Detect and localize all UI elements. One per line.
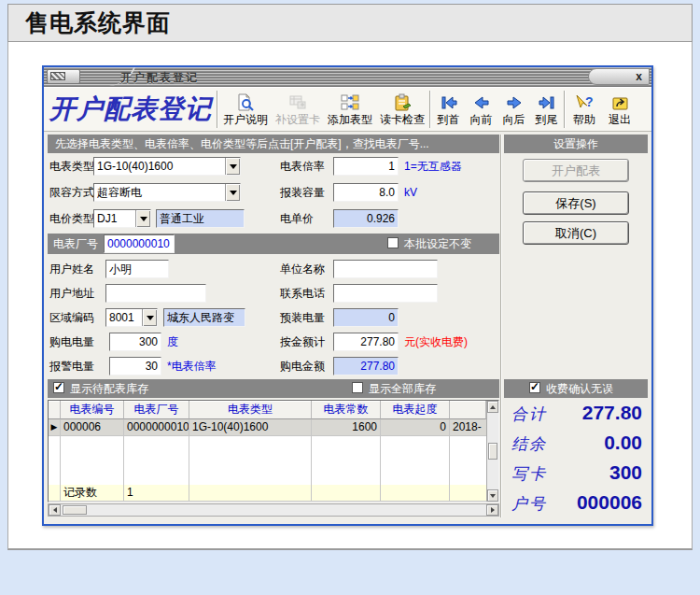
show-all-checkbox[interactable] <box>352 382 363 393</box>
area-code-label: 区域编码 <box>49 308 94 327</box>
batch-fixed-label: 本批设定不变 <box>404 234 471 253</box>
purchase-qty-unit: 度 <box>167 333 178 351</box>
col-meter-id: 电表编号 <box>61 401 124 419</box>
prev-record-button[interactable]: 向前 <box>465 88 497 131</box>
phone-label: 联系电话 <box>280 284 325 303</box>
save-button[interactable]: 保存(S) <box>523 191 629 215</box>
price-type-label: 电价类型 <box>49 209 94 228</box>
last-record-icon <box>537 93 557 112</box>
col-meter-start: 电表起度 <box>381 401 450 419</box>
fee-confirm-checkbox[interactable] <box>529 382 540 393</box>
col-factory-no: 电表厂号 <box>124 401 189 419</box>
fee-confirm-label: 收费确认无误 <box>546 379 613 398</box>
area-name-field <box>163 308 245 327</box>
org-name-label: 单位名称 <box>280 260 325 278</box>
chevron-down-icon[interactable] <box>225 184 240 201</box>
price-type-dropdown[interactable]: DJ1 <box>93 209 151 228</box>
table-row[interactable]: ▶ 000006 0000000010 1G-10(40)1600 1600 0… <box>49 419 486 436</box>
add-meter-type-button[interactable]: 添加表型 <box>324 88 376 131</box>
summary-account-no: 户号 000006 <box>506 491 648 519</box>
capacity-input[interactable] <box>333 183 399 202</box>
toolbar: 开户配表登记 开户说明 补设置卡 添加表型 <box>44 87 651 132</box>
meter-ratio-note: 1=无互感器 <box>404 157 462 176</box>
meter-ratio-label: 电表倍率 <box>280 157 325 176</box>
address-input[interactable] <box>105 284 206 303</box>
open-account-help-button[interactable]: 开户说明 <box>219 88 272 131</box>
limit-mode-dropdown[interactable]: 超容断电 <box>93 183 241 202</box>
show-pending-checkbox[interactable] <box>53 382 64 393</box>
scroll-up-icon[interactable] <box>487 401 498 413</box>
dialog-titlebar[interactable]: 开户配表登记 x <box>44 67 651 87</box>
alarm-qty-input[interactable] <box>109 357 161 375</box>
first-record-button[interactable]: 到首 <box>432 88 465 131</box>
chevron-down-icon[interactable] <box>135 210 150 227</box>
phone-input[interactable] <box>333 284 438 303</box>
panel-divider <box>500 135 502 517</box>
side-panel-header: 设置操作 <box>504 135 648 153</box>
row-marker: ▶ <box>49 419 61 436</box>
org-name-input[interactable] <box>333 260 438 278</box>
app-icon <box>50 72 65 80</box>
record-count-value: 1 <box>124 485 189 502</box>
close-plate: x <box>588 68 650 85</box>
limit-mode-label: 限容方式 <box>49 183 94 202</box>
summary-balance: 结余 0.00 <box>506 432 648 460</box>
page: 售电系统界面 开户配表登记 x 开户配表登记 开户说明 补设置卡 <box>0 0 700 595</box>
by-amount-input[interactable] <box>333 333 399 351</box>
batch-fixed-checkbox[interactable] <box>387 237 399 248</box>
capacity-unit: kV <box>404 183 417 202</box>
vertical-scrollbar[interactable] <box>486 401 498 502</box>
factory-no-input[interactable] <box>104 234 175 253</box>
user-name-input[interactable] <box>105 260 169 278</box>
meter-ratio-input[interactable] <box>333 157 399 176</box>
show-pending-label: 显示待配表库存 <box>70 379 148 398</box>
svg-text:?: ? <box>585 94 594 109</box>
cancel-button[interactable]: 取消(C) <box>523 221 629 245</box>
scroll-left-icon[interactable] <box>49 504 61 516</box>
assign-meter-button: 开户配表 <box>523 159 629 182</box>
close-icon[interactable]: x <box>636 70 642 84</box>
help-icon: ? <box>574 93 595 112</box>
purchase-qty-label: 购电电量 <box>49 333 94 351</box>
form-brand-title: 开户配表登记 <box>44 88 216 131</box>
read-card-check-button[interactable]: 读卡检查 <box>376 88 428 131</box>
app-icon-plate <box>47 69 80 84</box>
table-empty-area <box>49 436 486 485</box>
capacity-label: 报装容量 <box>280 183 325 202</box>
scroll-right-icon[interactable] <box>486 504 498 516</box>
vertical-scroll-thumb[interactable] <box>488 443 497 460</box>
horizontal-scrollbar[interactable] <box>48 503 499 517</box>
exit-button[interactable]: 退出 <box>602 88 637 131</box>
meter-type-dropdown[interactable]: 1G-10(40)1600 <box>93 157 241 176</box>
chevron-down-icon[interactable] <box>225 158 240 175</box>
dialog-title: 开户配表登记 <box>120 70 199 86</box>
prev-record-icon <box>471 93 492 112</box>
dialog-window: 开户配表登记 x 开户配表登记 开户说明 补设置卡 <box>42 65 653 526</box>
by-amount-label: 按金额计 <box>280 333 325 351</box>
col-meter-constant: 电表常数 <box>312 401 381 419</box>
setup-card-icon <box>287 93 308 112</box>
by-amount-note: 元(实收电费) <box>404 333 468 351</box>
price-type-name-field <box>156 209 245 228</box>
unit-price-label: 电单价 <box>280 209 314 228</box>
horizontal-scroll-thumb[interactable] <box>63 505 87 515</box>
next-record-button[interactable]: 向后 <box>497 88 530 131</box>
summary-total: 合计 277.80 <box>506 402 648 430</box>
col-extra <box>450 401 486 419</box>
address-label: 用户地址 <box>49 284 94 303</box>
purchase-qty-input[interactable] <box>109 333 161 351</box>
scroll-down-icon[interactable] <box>487 489 498 502</box>
help-button[interactable]: ? 帮助 <box>567 88 602 131</box>
alarm-qty-label: 报警电量 <box>49 357 94 375</box>
page-title: 售电系统界面 <box>7 4 693 42</box>
preload-label: 预装电量 <box>280 308 325 327</box>
purchase-amount-field <box>333 357 399 375</box>
next-record-icon <box>504 93 525 112</box>
instruction-bar: 先选择电表类型、电表倍率、电价类型等后点击[开户配表]，查找电表厂号... <box>48 135 499 153</box>
read-card-check-icon <box>392 93 413 112</box>
summary-write-card: 写卡 300 <box>506 461 648 489</box>
meter-type-label: 电表类型 <box>49 157 94 176</box>
chevron-down-icon[interactable] <box>142 309 157 326</box>
area-code-dropdown[interactable]: 8001 <box>105 308 158 327</box>
last-record-button[interactable]: 到尾 <box>530 88 563 131</box>
